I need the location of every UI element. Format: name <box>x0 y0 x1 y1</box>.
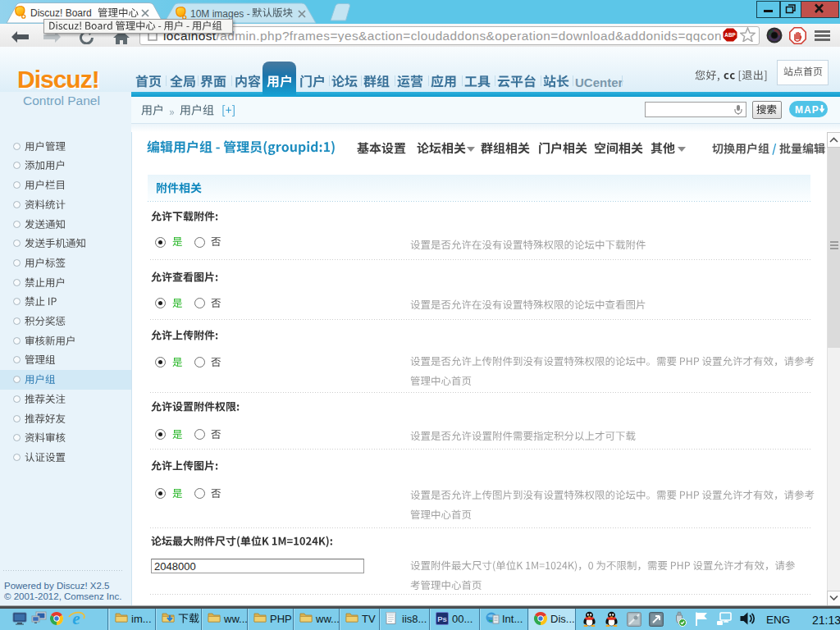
svg-text:ABP: ABP <box>724 32 735 38</box>
svg-text:Ps: Ps <box>437 614 447 623</box>
